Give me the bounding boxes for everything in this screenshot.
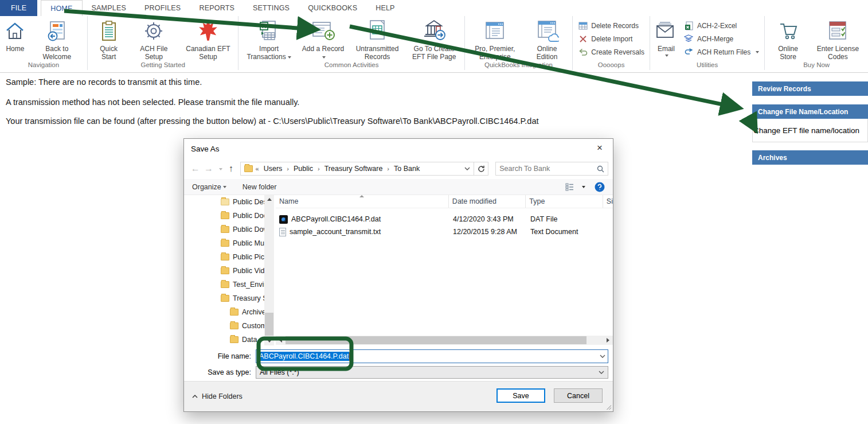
untransmitted-records-button[interactable]: Untransmitted Records — [349, 17, 405, 61]
chevron-down-icon[interactable] — [464, 167, 470, 170]
change-file-name-button[interactable]: Change File Name/Location — [752, 104, 868, 119]
online-store-button[interactable]: Online Store — [767, 17, 810, 61]
tab-settings[interactable]: SETTINGS — [244, 0, 299, 16]
import-transactions-button[interactable]: Import Transactions — [240, 17, 297, 61]
go-to-create-eft-file-button[interactable]: Go To Create EFT File Page — [406, 17, 463, 61]
breadcrumb-overflow[interactable]: « — [255, 165, 260, 172]
tree-item[interactable]: Public Pict — [184, 250, 264, 264]
file-row-dat[interactable]: ABCPayroll.CIBC1464.P.dat 4/12/2020 3:43… — [276, 213, 613, 225]
tree-item[interactable]: Public Vid — [184, 264, 264, 278]
delete-records-button[interactable]: Delete Records — [574, 19, 648, 32]
column-header-date-modified[interactable]: Date modified — [449, 195, 526, 208]
search-input[interactable] — [499, 165, 593, 173]
tab-help[interactable]: HELP — [366, 0, 404, 16]
ach-merge-button[interactable]: ACH-Merge — [681, 32, 763, 45]
tree-item[interactable]: Test_Envir — [184, 278, 264, 291]
text-cursor — [349, 352, 350, 361]
back-arrow-icon[interactable]: ← — [189, 164, 202, 174]
column-header-type[interactable]: Type — [526, 195, 603, 208]
folder-icon — [221, 240, 229, 247]
tree-scrollbar[interactable] — [264, 195, 274, 345]
excel-file-icon — [684, 21, 694, 30]
recent-locations-caret-icon[interactable] — [216, 164, 225, 174]
tree-item[interactable]: Public Mu — [184, 236, 264, 250]
tree-item[interactable]: Treasury S — [184, 291, 264, 305]
resize-grip[interactable] — [607, 405, 611, 410]
scroll-up-icon[interactable] — [264, 195, 274, 204]
view-details-icon[interactable] — [565, 183, 574, 191]
archives-button[interactable]: Archives — [752, 150, 868, 165]
ach-file-setup-button[interactable]: ACH File Setup — [128, 17, 179, 61]
chevron-down-icon[interactable] — [599, 371, 604, 374]
return-arrow-icon — [684, 47, 694, 57]
message-transmission-method: A transmission method has not been selec… — [6, 98, 299, 107]
scroll-right-icon[interactable] — [603, 336, 613, 345]
save-as-dialog: Save As × ← → ↑ « Users › Public › Treas… — [183, 138, 613, 412]
address-bar[interactable]: « Users › Public › Treasury Software › T… — [240, 162, 474, 176]
view-caret-icon[interactable] — [582, 186, 585, 188]
tree-item[interactable]: CustomC — [184, 319, 264, 333]
folder-icon — [221, 295, 229, 302]
pro-premier-enterprise-button[interactable]: Pro, Premier, Enterprise — [467, 17, 523, 61]
refresh-icon[interactable] — [474, 162, 488, 176]
change-eft-file-link[interactable]: Change EFT file name/location — [752, 119, 868, 142]
hide-folders-button[interactable]: Hide Folders — [192, 392, 243, 400]
tab-samples[interactable]: SAMPLES — [83, 0, 135, 16]
breadcrumb-users[interactable]: Users — [260, 165, 287, 173]
delete-import-button[interactable]: Delete Import — [574, 32, 648, 45]
tab-quickbooks[interactable]: QUICKBOOKS — [299, 0, 366, 16]
tab-reports[interactable]: REPORTS — [190, 0, 244, 16]
scrollbar-thumb[interactable] — [286, 336, 587, 344]
dropdown-caret-icon — [665, 55, 668, 57]
cancel-button[interactable]: Cancel — [554, 388, 603, 403]
home-button[interactable]: Home — [2, 17, 29, 53]
tab-home[interactable]: HOME — [41, 0, 82, 16]
save-as-type-row: Save as type: All Files (*.*) — [184, 365, 613, 379]
canadian-eft-setup-button[interactable]: Canadian EFT Setup — [179, 17, 236, 61]
create-reversals-button[interactable]: Create Reversals — [574, 45, 648, 59]
close-icon[interactable]: × — [587, 139, 613, 157]
ribbon-content: Home Back to Welcome Navigation Quick — [0, 16, 868, 70]
breadcrumb-public[interactable]: Public — [290, 165, 317, 173]
search-icon[interactable] — [597, 165, 604, 173]
ach-2-excel-button[interactable]: ACH-2-Excel — [681, 19, 763, 32]
breadcrumb-treasury-software[interactable]: Treasury Software — [320, 165, 387, 173]
tree-item[interactable]: Public Dow — [184, 223, 264, 236]
tree-item[interactable]: Archive — [184, 305, 264, 319]
scroll-down-icon[interactable] — [264, 337, 274, 345]
email-button[interactable]: Email — [652, 17, 681, 57]
save-as-type-select[interactable]: All Files (*.*) — [256, 366, 608, 379]
organize-button[interactable]: Organize — [192, 183, 226, 191]
back-to-welcome-button[interactable]: Back to Welcome — [29, 17, 85, 61]
forward-arrow-icon[interactable]: → — [202, 164, 215, 174]
file-row-txt[interactable]: sample_account_transmit.txt 12/20/2015 9… — [276, 225, 613, 238]
save-button[interactable]: Save — [496, 388, 545, 403]
tree-item[interactable]: Data — [184, 333, 264, 345]
review-records-button[interactable]: Review Records — [752, 81, 868, 96]
tree-item[interactable]: Public Doc — [184, 209, 264, 223]
tree-item[interactable]: Public Des — [184, 195, 264, 209]
tab-file[interactable]: FILE — [0, 0, 37, 16]
help-icon[interactable] — [595, 182, 605, 192]
quick-start-button[interactable]: Quick Start — [89, 17, 128, 61]
column-header-size[interactable]: Si — [603, 195, 613, 208]
add-a-record-button[interactable]: Add a Record — [298, 17, 349, 61]
text-file-icon — [279, 228, 286, 236]
selected-file-name: ABCPayroll.CIBC1464.P.dat — [259, 352, 349, 361]
horizontal-scrollbar[interactable] — [276, 336, 613, 345]
breadcrumb-to-bank[interactable]: To Bank — [390, 165, 424, 173]
enter-license-codes-button[interactable]: Enter License Codes — [810, 17, 866, 61]
up-arrow-icon[interactable]: ↑ — [224, 164, 237, 174]
scrollbar-thumb[interactable] — [265, 313, 273, 336]
scroll-left-icon[interactable] — [276, 336, 286, 345]
tab-profiles[interactable]: PROFILES — [135, 0, 190, 16]
dialog-title-bar[interactable]: Save As × — [184, 139, 613, 158]
column-header-name[interactable]: Name — [276, 195, 449, 208]
new-folder-button[interactable]: New folder — [243, 183, 277, 191]
file-name-input[interactable]: ABCPayroll.CIBC1464.P.dat — [256, 349, 608, 363]
online-edition-button[interactable]: Online Edition — [523, 17, 570, 61]
chevron-down-icon[interactable] — [600, 355, 605, 358]
group-label-quickbooks: QuickBooks Integration — [467, 61, 571, 70]
ach-return-files-button[interactable]: ACH Return Files — [681, 45, 763, 59]
email-icon — [655, 18, 678, 44]
